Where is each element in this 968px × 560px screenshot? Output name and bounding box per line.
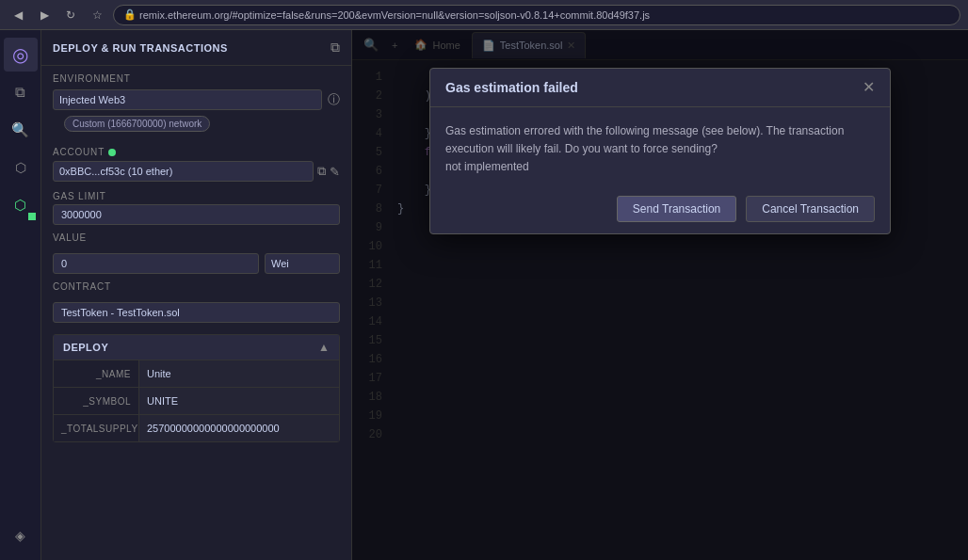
sidebar-item-deploy[interactable]: ⬡	[4, 188, 38, 222]
deploy-form: _NAME _SYMBOL _TOTALSUPPLY	[54, 360, 339, 441]
url-text: remix.ethereum.org/#optimize=false&runs=…	[139, 9, 650, 21]
modal-title: Gas estimation failed	[445, 80, 578, 95]
copy-address-icon[interactable]: ⧉	[317, 164, 326, 179]
back-button[interactable]: ◀	[8, 5, 28, 25]
sidebar-item-plugins[interactable]: ⬡	[4, 151, 38, 184]
value-label: VALUE	[53, 232, 340, 243]
deploy-section: DEPLOY ▲ _NAME _SYMBOL _TOTALSUPPLY	[53, 334, 340, 442]
environment-select[interactable]: Injected Web3	[53, 89, 322, 110]
deploy-field-name: _NAME	[54, 360, 339, 387]
deploy-totalsupply-label: _TOTALSUPPLY	[54, 420, 138, 438]
forward-button[interactable]: ▶	[34, 5, 55, 25]
sidebar-item-search[interactable]: 🔍	[4, 113, 38, 147]
modal-footer: Send Transaction Cancel Transaction	[430, 184, 890, 233]
deploy-field-symbol: _SYMBOL	[54, 387, 339, 414]
modal-body-line2: execution will likely fail. Do you want …	[445, 142, 718, 155]
gas-limit-field: GAS LIMIT	[41, 187, 351, 229]
account-label: ACCOUNT	[53, 147, 105, 157]
modal-body-line1: Gas estimation errored with the followin…	[445, 124, 844, 137]
environment-info-icon[interactable]: ⓘ	[328, 91, 340, 108]
contract-field: CONTRACT	[41, 278, 351, 298]
unit-select[interactable]: Wei	[265, 253, 340, 274]
deploy-section-title: DEPLOY	[63, 342, 108, 353]
deploy-collapse-icon[interactable]: ▲	[318, 341, 330, 354]
cancel-transaction-button[interactable]: Cancel Transaction	[746, 196, 875, 222]
environment-row: Injected Web3 ⓘ	[41, 88, 351, 114]
url-bar[interactable]: 🔒 remix.ethereum.org/#optimize=false&run…	[113, 5, 960, 25]
account-label-row: ACCOUNT	[41, 143, 351, 159]
account-row: 0xBBC...cf53c (10 ether) ⧉ ✎	[41, 159, 351, 187]
browser-bar: ◀ ▶ ↻ ☆ 🔒 remix.ethereum.org/#optimize=f…	[0, 0, 968, 30]
value-field: VALUE	[41, 229, 351, 249]
sidebar-item-files[interactable]: ⧉	[4, 75, 38, 109]
modal-body: Gas estimation errored with the followin…	[430, 107, 890, 184]
deploy-name-input[interactable]	[138, 360, 339, 387]
panel-title: DEPLOY & RUN TRANSACTIONS	[53, 42, 228, 54]
modal-body-line3: not implemented	[445, 160, 529, 173]
panel-header: DEPLOY & RUN TRANSACTIONS ⧉	[41, 30, 351, 66]
account-status-dot	[108, 149, 116, 156]
deploy-name-label: _NAME	[54, 365, 138, 383]
deploy-section-header[interactable]: DEPLOY ▲	[54, 335, 339, 360]
network-badge: Custom (1666700000) network	[64, 116, 210, 132]
send-transaction-button[interactable]: Send Transaction	[617, 196, 736, 222]
gas-estimation-modal: Gas estimation failed ✕ Gas estimation e…	[429, 68, 891, 234]
modal-overlay: Gas estimation failed ✕ Gas estimation e…	[352, 30, 968, 560]
deploy-panel: DEPLOY & RUN TRANSACTIONS ⧉ ENVIRONMENT …	[41, 30, 352, 560]
sidebar-item-remix-logo[interactable]: ◎	[4, 38, 38, 72]
bookmark-button[interactable]: ☆	[87, 5, 107, 25]
account-select[interactable]: 0xBBC...cf53c (10 ether)	[53, 161, 314, 182]
deploy-symbol-input[interactable]	[138, 388, 339, 414]
environment-label: ENVIRONMENT	[41, 66, 351, 88]
sidebar-item-settings[interactable]: ◈	[4, 519, 38, 552]
contract-label: CONTRACT	[53, 281, 340, 292]
edit-address-icon[interactable]: ✎	[330, 165, 340, 179]
contract-row: TestToken - TestToken.sol	[41, 298, 351, 327]
modal-header: Gas estimation failed ✕	[430, 69, 890, 107]
gas-limit-label: GAS LIMIT	[53, 191, 340, 201]
deploy-totalsupply-input[interactable]	[138, 415, 339, 441]
app-container: ◎ ⧉ 🔍 ⬡ ⬡ ◈ DEPLOY & RUN TRANSACTIONS ⧉ …	[0, 30, 968, 560]
deploy-field-totalsupply: _TOTALSUPPLY	[54, 414, 339, 441]
deploy-symbol-label: _SYMBOL	[54, 392, 138, 410]
gas-limit-input[interactable]	[53, 204, 340, 225]
contract-select[interactable]: TestToken - TestToken.sol	[53, 302, 340, 323]
value-input[interactable]	[53, 253, 259, 274]
editor-area: 🔍 + 🏠 Home 📄 TestToken.sol ✕ 1234 5678 9…	[352, 30, 968, 560]
modal-close-button[interactable]: ✕	[863, 80, 875, 95]
reload-button[interactable]: ↻	[60, 5, 81, 25]
panel-copy-icon[interactable]: ⧉	[331, 40, 340, 56]
value-row: Wei	[41, 249, 351, 278]
icon-sidebar: ◎ ⧉ 🔍 ⬡ ⬡ ◈	[0, 30, 41, 560]
